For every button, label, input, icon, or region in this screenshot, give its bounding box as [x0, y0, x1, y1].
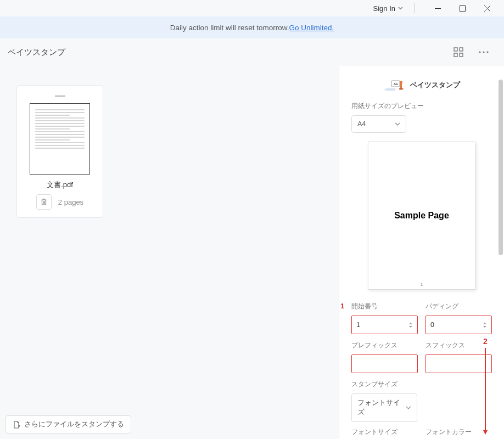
svg-point-10: [486, 51, 488, 53]
divider: [414, 3, 415, 13]
annotation-2-label: 2: [483, 337, 488, 346]
paper-preview-label: 用紙サイズのプレビュー: [351, 102, 492, 111]
start-number-value: 1: [356, 321, 360, 329]
settings-panel: Aa ベイツスタンプ 用紙サイズのプレビュー A4 Sample Page 1 …: [339, 66, 504, 439]
more-icon[interactable]: [479, 51, 489, 53]
stamp-size-label: スタンプサイズ: [351, 380, 492, 389]
file-add-icon: [13, 421, 20, 429]
svg-point-11: [384, 88, 396, 91]
add-more-files-button[interactable]: さらにファイルをスタンプする: [5, 415, 131, 434]
font-size-bottom-label: フォントサイズ: [351, 427, 418, 437]
svg-point-9: [483, 51, 484, 53]
start-number-label: 開始番号: [351, 302, 418, 311]
paper-size-value: A4: [357, 120, 366, 128]
suffix-input[interactable]: [425, 354, 492, 373]
drag-handle-icon[interactable]: ══: [55, 91, 65, 100]
delete-button[interactable]: [36, 194, 52, 210]
suffix-label: スフィックス: [425, 341, 492, 350]
svg-rect-5: [460, 48, 463, 51]
close-button[interactable]: [475, 0, 500, 16]
chevron-down-icon: [398, 7, 403, 10]
page-count: 2 pages: [58, 198, 83, 206]
sample-page-text: Sample Page: [394, 211, 449, 221]
annotation-1: 1: [340, 302, 344, 310]
grid-view-icon[interactable]: [453, 47, 463, 57]
titlebar: Sign In: [0, 0, 504, 16]
padding-input[interactable]: 0: [425, 316, 492, 334]
trash-icon: [40, 198, 48, 206]
bates-stamp-icon: Aa: [384, 80, 405, 91]
minimize-button[interactable]: [425, 0, 450, 16]
svg-text:Aa: Aa: [393, 82, 397, 86]
file-area: ══ 文書.pdf 2 pages さらにファイルをスタンプする: [0, 66, 339, 439]
go-unlimited-link[interactable]: Go Unlimited.: [289, 24, 334, 32]
maximize-button[interactable]: [450, 0, 475, 16]
page-preview: Sample Page 1: [368, 142, 475, 290]
font-size-select[interactable]: フォントサイズ: [351, 393, 417, 422]
svg-rect-6: [454, 53, 457, 57]
chevron-down-icon: [406, 406, 411, 409]
header: ベイツスタンプ: [0, 38, 504, 66]
svg-rect-1: [460, 5, 466, 11]
spinner-icon[interactable]: [483, 322, 487, 328]
padding-value: 0: [430, 321, 434, 329]
file-name: 文書.pdf: [47, 180, 73, 190]
spinner-icon[interactable]: [408, 322, 413, 328]
sign-in-label: Sign In: [373, 4, 395, 13]
panel-title: ベイツスタンプ: [410, 80, 460, 90]
prefix-label: プレフィックス: [351, 341, 418, 350]
file-card[interactable]: ══ 文書.pdf 2 pages: [16, 85, 103, 218]
file-thumbnail: [30, 103, 90, 175]
scrollbar[interactable]: [499, 80, 503, 255]
start-number-input[interactable]: 1: [351, 316, 418, 334]
font-color-bottom-label: フォントカラー: [425, 427, 492, 437]
svg-point-8: [479, 51, 480, 53]
svg-rect-7: [460, 53, 463, 57]
chevron-down-icon: [395, 122, 400, 126]
paper-size-select[interactable]: A4: [351, 115, 406, 133]
sample-page-number: 1: [421, 282, 423, 287]
prefix-input[interactable]: [351, 354, 418, 373]
svg-point-16: [399, 88, 403, 90]
svg-point-15: [400, 81, 402, 84]
svg-rect-4: [454, 48, 457, 51]
limit-banner: Daily action limit will reset tomorrow. …: [0, 16, 504, 38]
font-size-value: フォントサイズ: [357, 398, 406, 417]
add-more-label: さらにファイルをスタンプする: [24, 420, 124, 429]
annotation-2: 2: [483, 337, 488, 435]
sign-in-button[interactable]: Sign In: [373, 4, 403, 13]
padding-label: パディング: [425, 302, 492, 311]
banner-text: Daily action limit will reset tomorrow.: [170, 24, 289, 32]
page-title: ベイツスタンプ: [8, 47, 65, 58]
